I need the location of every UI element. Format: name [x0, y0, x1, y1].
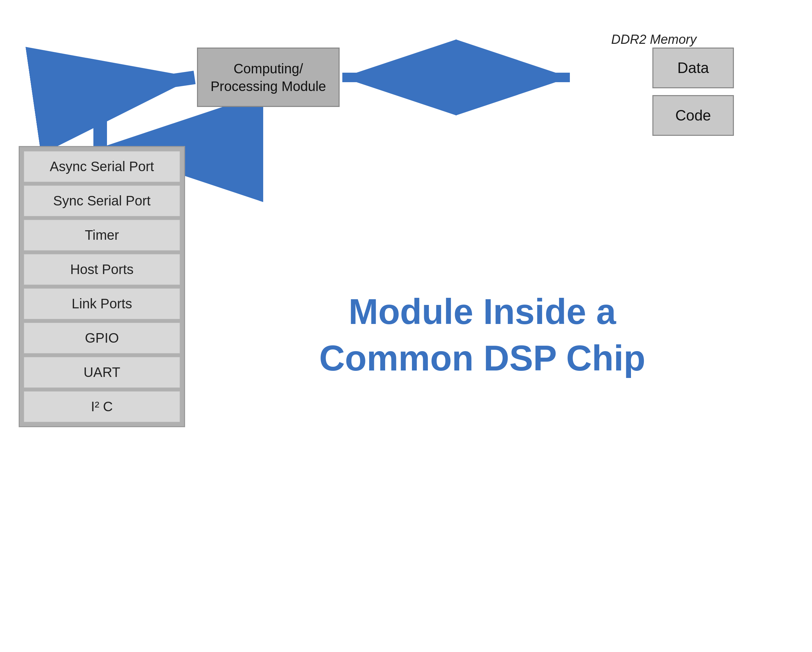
ddr2-label: DDR2 Memory — [611, 32, 696, 47]
computing-box: Computing/ Processing Module — [197, 47, 340, 107]
sync-serial-port-item: Sync Serial Port — [24, 185, 180, 216]
big-title-line2: Common DSP Chip — [211, 335, 754, 382]
ddr2-data-box: Data — [652, 47, 734, 88]
diagram-container: DDR2 Memory Computing/ Processing Module… — [0, 0, 812, 652]
i2c-item: I² C — [24, 391, 180, 422]
big-title: Module Inside a Common DSP Chip — [211, 289, 754, 381]
timer-item: Timer — [24, 220, 180, 250]
link-ports-item: Link Ports — [24, 288, 180, 319]
gpio-item: GPIO — [24, 322, 180, 354]
async-serial-port-item: Async Serial Port — [24, 151, 180, 182]
module-container: Async Serial Port Sync Serial Port Timer… — [19, 146, 185, 427]
uart-item: UART — [24, 357, 180, 388]
computing-box-text: Computing/ Processing Module — [211, 60, 326, 95]
host-ports-item: Host Ports — [24, 254, 180, 285]
ddr2-code-text: Code — [675, 107, 711, 124]
big-title-line1: Module Inside a — [211, 289, 754, 335]
ddr2-code-box: Code — [652, 95, 734, 136]
ddr2-data-text: Data — [678, 60, 709, 76]
svg-line-5 — [100, 78, 195, 91]
